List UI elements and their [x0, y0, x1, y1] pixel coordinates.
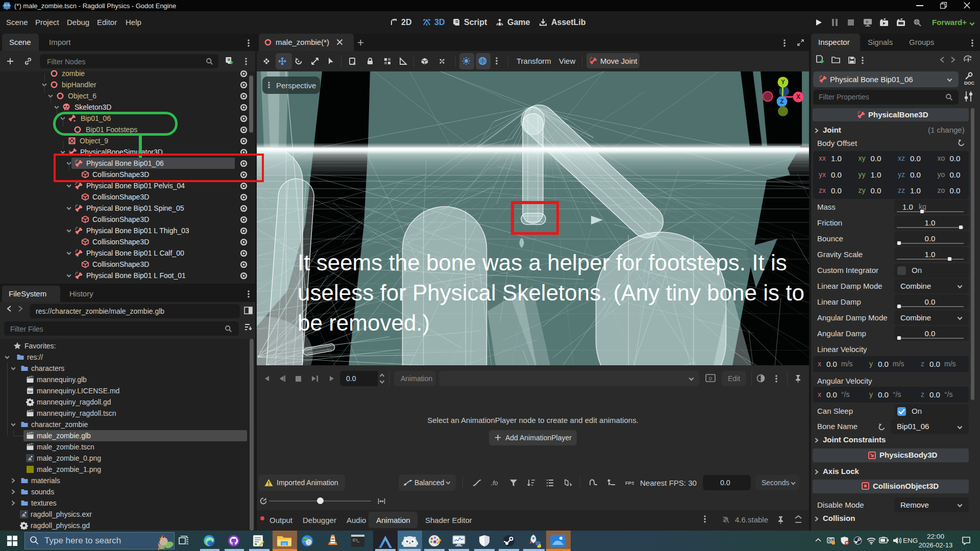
svg-text:DOC: DOC [964, 81, 975, 86]
svg-text:Z: Z [780, 98, 783, 105]
svg-text:It seems the bone was a helper: It seems the bone was a helper for foots… [298, 250, 787, 275]
svg-text:FPS: FPS [625, 480, 634, 486]
svg-text:C:\_: C:\_ [353, 538, 359, 542]
svg-text:useless for Physical Skeletons: useless for Physical Skeletons. (Any tin… [298, 280, 804, 305]
svg-text:D: D [709, 376, 713, 381]
svg-text:.fo: .fo [491, 480, 498, 487]
svg-text:TXT: TXT [28, 390, 32, 393]
svg-text:X: X [796, 93, 800, 101]
svg-text:Y: Y [781, 79, 785, 86]
svg-text:be removed.): be removed.) [298, 310, 430, 335]
